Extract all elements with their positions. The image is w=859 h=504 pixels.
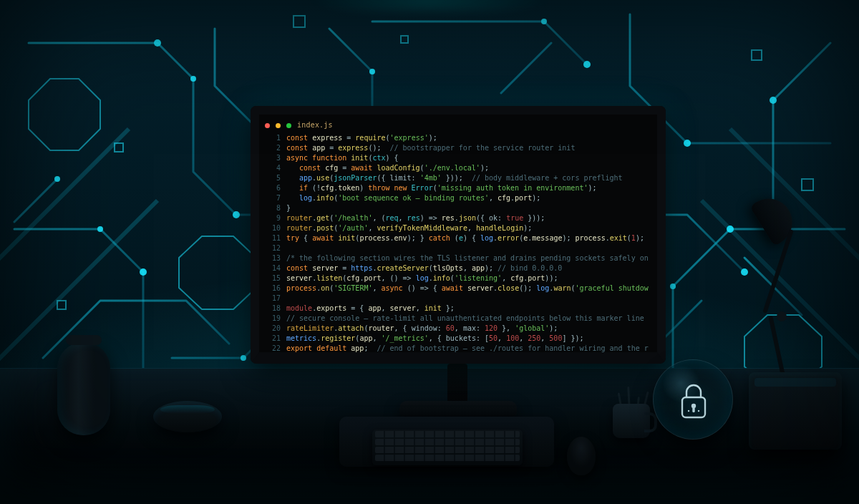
code-line: 4const cfg = await loadConfig('./env.loc… xyxy=(265,163,649,173)
desk-glow xyxy=(258,0,601,13)
window-close-icon xyxy=(265,123,270,128)
code-line: 22export default app; // end of bootstra… xyxy=(265,344,649,354)
svg-point-11 xyxy=(770,97,777,104)
glass-sphere xyxy=(653,359,733,440)
svg-point-3 xyxy=(97,226,103,232)
svg-point-16 xyxy=(54,176,60,182)
code-line: 6if (!cfg.token) throw new Error('missin… xyxy=(265,183,649,193)
svg-marker-24 xyxy=(29,79,100,150)
code-line: 7log.info('boot sequence ok — binding ro… xyxy=(265,193,649,203)
code-block: 1const express = require('express');2con… xyxy=(265,133,649,354)
svg-point-14 xyxy=(369,69,375,74)
code-line: 15server.listen(cfg.port, () => log.info… xyxy=(265,273,649,284)
round-device-left xyxy=(153,401,222,432)
svg-point-8 xyxy=(684,140,691,147)
svg-point-4 xyxy=(140,268,147,276)
mouse xyxy=(567,437,596,475)
code-line: 14const server = https.createServer(tlsO… xyxy=(265,263,649,273)
code-line: 13/* the following section wires the TLS… xyxy=(265,253,649,263)
monitor-neck xyxy=(447,364,467,405)
code-editor-screen: index.js 1const express = require('expre… xyxy=(259,115,657,352)
code-line: 21metrics.register(app, '/_metrics', { b… xyxy=(265,334,649,344)
svg-point-2 xyxy=(233,211,240,218)
svg-point-6 xyxy=(541,19,547,24)
svg-point-13 xyxy=(241,355,246,361)
svg-rect-29 xyxy=(692,407,694,412)
code-line: 17 xyxy=(265,294,649,304)
editor-titlebar: index.js xyxy=(265,122,649,129)
code-line: 3async function init(ctx) { xyxy=(265,153,649,163)
code-line: 10router.post('/auth', verifyTokenMiddle… xyxy=(265,223,649,233)
code-line: 9router.get('/health', (req, res) => res… xyxy=(265,213,649,223)
svg-point-7 xyxy=(583,61,591,68)
storage-box-right xyxy=(749,372,842,450)
svg-rect-23 xyxy=(401,36,408,43)
code-line: 18module.exports = { app, server, init }… xyxy=(265,304,649,314)
code-line: 2const app = express(); // bootstrapper … xyxy=(265,143,649,153)
mug xyxy=(613,404,650,438)
cylinder-speaker-left xyxy=(57,342,110,435)
editor-title: index.js xyxy=(297,122,333,129)
keyboard xyxy=(372,430,523,465)
window-zoom-icon xyxy=(286,123,291,128)
monitor: index.js 1const express = require('expre… xyxy=(251,106,666,364)
code-line: 5app.use(jsonParser({ limit: '4mb' })); … xyxy=(265,173,649,183)
code-line: 12 xyxy=(265,243,649,253)
svg-point-31 xyxy=(698,410,699,412)
svg-point-30 xyxy=(688,410,689,412)
monitor-base xyxy=(399,401,517,417)
svg-marker-26 xyxy=(179,236,256,309)
svg-rect-20 xyxy=(752,50,762,60)
svg-point-1 xyxy=(190,76,196,82)
code-line: 11try { await init(process.env); } catch… xyxy=(265,233,649,243)
svg-rect-18 xyxy=(293,16,305,27)
code-line: 20rateLimiter.attach(router, { window: 6… xyxy=(265,324,649,334)
svg-point-0 xyxy=(154,39,161,47)
code-line: 19// secure console — rate-limit all una… xyxy=(265,314,649,324)
code-line: 16process.on('SIGTERM', async () => { aw… xyxy=(265,284,649,294)
code-line: 8} xyxy=(265,203,649,213)
code-line: 1const express = require('express'); xyxy=(265,133,649,143)
lock-icon xyxy=(676,382,711,420)
window-minimize-icon xyxy=(276,123,281,128)
svg-point-10 xyxy=(670,284,676,289)
